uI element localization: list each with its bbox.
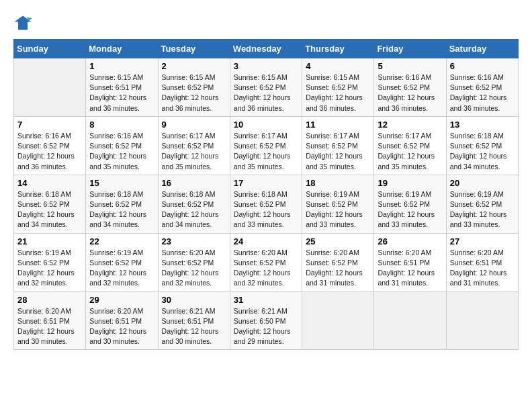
day-info: Sunrise: 6:19 AMSunset: 6:52 PMDaylight:… — [450, 189, 515, 230]
day-info: Sunrise: 6:18 AMSunset: 6:52 PMDaylight:… — [162, 189, 226, 230]
calendar-cell: 7Sunrise: 6:16 AMSunset: 6:52 PMDaylight… — [14, 116, 86, 175]
day-info: Sunrise: 6:16 AMSunset: 6:52 PMDaylight:… — [378, 73, 442, 113]
logo — [13, 13, 35, 32]
day-number: 4 — [306, 61, 370, 71]
day-number: 19 — [378, 178, 442, 188]
header-thursday: Thursday — [302, 40, 374, 58]
day-info: Sunrise: 6:19 AMSunset: 6:52 PMDaylight:… — [306, 189, 370, 230]
day-number: 29 — [89, 295, 154, 305]
calendar-week-row: 1Sunrise: 6:15 AMSunset: 6:51 PMDaylight… — [14, 58, 519, 117]
calendar-cell: 25Sunrise: 6:20 AMSunset: 6:52 PMDayligh… — [302, 233, 374, 291]
calendar-cell: 17Sunrise: 6:18 AMSunset: 6:52 PMDayligh… — [230, 175, 302, 233]
day-number: 17 — [234, 178, 298, 188]
calendar-cell: 14Sunrise: 6:18 AMSunset: 6:52 PMDayligh… — [14, 175, 86, 233]
day-info: Sunrise: 6:16 AMSunset: 6:52 PMDaylight:… — [89, 131, 154, 172]
day-number: 26 — [378, 236, 442, 246]
calendar-cell: 11Sunrise: 6:17 AMSunset: 6:52 PMDayligh… — [302, 116, 374, 175]
day-number: 15 — [89, 178, 154, 188]
day-number: 14 — [17, 178, 82, 188]
calendar-cell: 4Sunrise: 6:15 AMSunset: 6:52 PMDaylight… — [302, 58, 374, 117]
day-number: 24 — [234, 236, 298, 246]
page-header — [13, 13, 519, 32]
day-info: Sunrise: 6:20 AMSunset: 6:51 PMDaylight:… — [450, 248, 515, 289]
header-tuesday: Tuesday — [158, 40, 230, 58]
calendar-cell: 29Sunrise: 6:20 AMSunset: 6:51 PMDayligh… — [86, 291, 158, 350]
day-info: Sunrise: 6:15 AMSunset: 6:52 PMDaylight:… — [162, 73, 226, 113]
day-number: 13 — [450, 120, 515, 130]
header-monday: Monday — [86, 40, 158, 58]
day-info: Sunrise: 6:17 AMSunset: 6:52 PMDaylight:… — [306, 131, 370, 172]
day-number: 27 — [450, 236, 515, 246]
day-number: 18 — [306, 178, 370, 188]
header-saturday: Saturday — [446, 40, 518, 58]
day-info: Sunrise: 6:18 AMSunset: 6:52 PMDaylight:… — [89, 189, 154, 230]
day-number: 23 — [162, 236, 226, 246]
logo-icon — [13, 13, 32, 32]
header-sunday: Sunday — [14, 40, 86, 58]
calendar-week-row: 14Sunrise: 6:18 AMSunset: 6:52 PMDayligh… — [14, 175, 519, 233]
day-number: 21 — [17, 236, 82, 246]
day-info: Sunrise: 6:19 AMSunset: 6:52 PMDaylight:… — [378, 189, 442, 230]
calendar-cell: 24Sunrise: 6:20 AMSunset: 6:52 PMDayligh… — [230, 233, 302, 291]
calendar-week-row: 28Sunrise: 6:20 AMSunset: 6:51 PMDayligh… — [14, 291, 519, 350]
day-number: 1 — [89, 61, 154, 71]
day-number: 12 — [378, 120, 442, 130]
calendar-cell: 21Sunrise: 6:19 AMSunset: 6:52 PMDayligh… — [14, 233, 86, 291]
day-info: Sunrise: 6:18 AMSunset: 6:52 PMDaylight:… — [17, 189, 82, 230]
day-info: Sunrise: 6:15 AMSunset: 6:52 PMDaylight:… — [234, 73, 298, 113]
day-info: Sunrise: 6:15 AMSunset: 6:51 PMDaylight:… — [89, 73, 154, 113]
calendar-cell: 13Sunrise: 6:18 AMSunset: 6:52 PMDayligh… — [446, 116, 518, 175]
calendar-cell: 22Sunrise: 6:19 AMSunset: 6:52 PMDayligh… — [86, 233, 158, 291]
day-number: 30 — [162, 295, 226, 305]
day-number: 7 — [17, 120, 82, 130]
day-info: Sunrise: 6:19 AMSunset: 6:52 PMDaylight:… — [89, 248, 154, 289]
day-info: Sunrise: 6:16 AMSunset: 6:52 PMDaylight:… — [17, 131, 82, 172]
calendar-cell: 8Sunrise: 6:16 AMSunset: 6:52 PMDaylight… — [86, 116, 158, 175]
calendar-cell: 19Sunrise: 6:19 AMSunset: 6:52 PMDayligh… — [374, 175, 446, 233]
day-info: Sunrise: 6:18 AMSunset: 6:52 PMDaylight:… — [450, 131, 515, 172]
day-info: Sunrise: 6:16 AMSunset: 6:52 PMDaylight:… — [450, 73, 515, 113]
day-number: 2 — [162, 61, 226, 71]
calendar-cell: 23Sunrise: 6:20 AMSunset: 6:52 PMDayligh… — [158, 233, 230, 291]
day-number: 22 — [89, 236, 154, 246]
day-info: Sunrise: 6:21 AMSunset: 6:50 PMDaylight:… — [234, 306, 298, 347]
day-number: 25 — [306, 236, 370, 246]
day-info: Sunrise: 6:17 AMSunset: 6:52 PMDaylight:… — [234, 131, 298, 172]
calendar-table: SundayMondayTuesdayWednesdayThursdayFrid… — [13, 39, 519, 350]
day-info: Sunrise: 6:21 AMSunset: 6:51 PMDaylight:… — [162, 306, 226, 347]
day-info: Sunrise: 6:19 AMSunset: 6:52 PMDaylight:… — [17, 248, 82, 289]
calendar-cell — [374, 291, 446, 350]
calendar-cell: 12Sunrise: 6:17 AMSunset: 6:52 PMDayligh… — [374, 116, 446, 175]
day-number: 28 — [17, 295, 82, 305]
calendar-cell: 16Sunrise: 6:18 AMSunset: 6:52 PMDayligh… — [158, 175, 230, 233]
calendar-cell: 3Sunrise: 6:15 AMSunset: 6:52 PMDaylight… — [230, 58, 302, 117]
calendar-header-row: SundayMondayTuesdayWednesdayThursdayFrid… — [14, 40, 519, 58]
calendar-cell: 15Sunrise: 6:18 AMSunset: 6:52 PMDayligh… — [86, 175, 158, 233]
day-number: 31 — [234, 295, 298, 305]
calendar-cell — [446, 291, 518, 350]
calendar-cell: 10Sunrise: 6:17 AMSunset: 6:52 PMDayligh… — [230, 116, 302, 175]
day-info: Sunrise: 6:20 AMSunset: 6:52 PMDaylight:… — [306, 248, 370, 289]
day-info: Sunrise: 6:17 AMSunset: 6:52 PMDaylight:… — [162, 131, 226, 172]
calendar-cell: 5Sunrise: 6:16 AMSunset: 6:52 PMDaylight… — [374, 58, 446, 117]
day-info: Sunrise: 6:20 AMSunset: 6:51 PMDaylight:… — [17, 306, 82, 347]
day-info: Sunrise: 6:20 AMSunset: 6:51 PMDaylight:… — [89, 306, 154, 347]
calendar-cell: 30Sunrise: 6:21 AMSunset: 6:51 PMDayligh… — [158, 291, 230, 350]
day-info: Sunrise: 6:15 AMSunset: 6:52 PMDaylight:… — [306, 73, 370, 113]
day-number: 10 — [234, 120, 298, 130]
calendar-cell: 31Sunrise: 6:21 AMSunset: 6:50 PMDayligh… — [230, 291, 302, 350]
day-info: Sunrise: 6:20 AMSunset: 6:52 PMDaylight:… — [162, 248, 226, 289]
calendar-cell: 1Sunrise: 6:15 AMSunset: 6:51 PMDaylight… — [86, 58, 158, 117]
day-number: 20 — [450, 178, 515, 188]
calendar-cell — [302, 291, 374, 350]
header-wednesday: Wednesday — [230, 40, 302, 58]
calendar-cell: 27Sunrise: 6:20 AMSunset: 6:51 PMDayligh… — [446, 233, 518, 291]
calendar-cell — [14, 58, 86, 117]
calendar-cell: 9Sunrise: 6:17 AMSunset: 6:52 PMDaylight… — [158, 116, 230, 175]
day-info: Sunrise: 6:17 AMSunset: 6:52 PMDaylight:… — [378, 131, 442, 172]
day-number: 5 — [378, 61, 442, 71]
day-number: 11 — [306, 120, 370, 130]
calendar-cell: 26Sunrise: 6:20 AMSunset: 6:51 PMDayligh… — [374, 233, 446, 291]
day-info: Sunrise: 6:18 AMSunset: 6:52 PMDaylight:… — [234, 189, 298, 230]
day-number: 8 — [89, 120, 154, 130]
